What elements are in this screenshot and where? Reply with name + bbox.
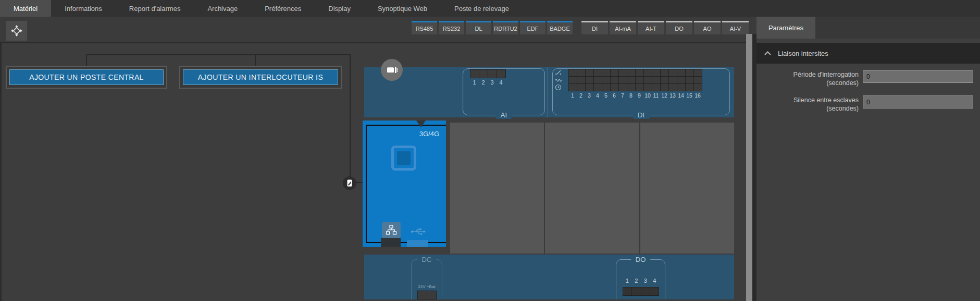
parameter-label: Silence entre esclaves (secondes)	[756, 95, 859, 113]
add-interlocutor-button[interactable]: AJOUTER UN INTERLOCUTEUR IS	[183, 69, 338, 85]
comm-link-node[interactable]	[343, 176, 356, 190]
comm-chip[interactable]: RDRTU2	[493, 21, 518, 34]
module-notch	[416, 121, 426, 127]
di-switch-icon	[555, 69, 562, 76]
chevron-up-icon	[764, 51, 772, 56]
io-chip[interactable]: AO	[694, 21, 721, 34]
io-button-group: DIAI-mAAI-TDOAOAI-V	[581, 21, 750, 34]
di-terminals[interactable]	[568, 69, 702, 91]
slot-separator	[544, 123, 545, 254]
dc-power-label: 24V +Bat	[411, 284, 442, 289]
add-central-box: AJOUTER UN POSTE CENTRAL	[6, 66, 167, 89]
io-chip[interactable]: AI-V	[722, 21, 749, 34]
parameter-label: Période d'interrogation (secondes)	[756, 70, 859, 87]
menu-tab[interactable]: Préférences	[251, 0, 315, 17]
dc-terminals[interactable]	[417, 291, 437, 299]
module-3g4g[interactable]: 3G/4G	[363, 121, 446, 247]
comm-chip[interactable]: EDF	[520, 21, 545, 34]
connection-line	[86, 54, 351, 55]
menu-tab[interactable]: Informations	[51, 0, 116, 17]
io-chip[interactable]: AI-mA	[610, 21, 636, 34]
menu-tab[interactable]: Poste de relevage	[441, 0, 523, 17]
add-central-button[interactable]: AJOUTER UN POSTE CENTRAL	[9, 69, 164, 85]
parameter-rows: Période d'interrogation (secondes) Silen…	[756, 70, 980, 113]
ai-channel-numbers: 1234	[470, 79, 506, 86]
do-terminals[interactable]	[623, 287, 659, 296]
comm-chip[interactable]: RS232	[439, 21, 464, 34]
slot-separator	[639, 123, 640, 254]
ethernet-connector	[381, 238, 401, 247]
sim-card-icon	[391, 146, 416, 171]
do-channel-numbers: 1234	[623, 278, 659, 284]
di-clock-icon	[555, 84, 562, 91]
band-separator	[548, 67, 548, 117]
ai-section-label: AI	[496, 111, 512, 119]
section-title: Liaison intersites	[778, 50, 828, 57]
panel-divider	[752, 34, 756, 301]
dc-section-label: DC	[417, 256, 437, 263]
app-window: MatérielInformationsReport d'alarmesArch…	[0, 0, 980, 301]
parameter-input[interactable]	[863, 70, 973, 83]
menu-tab[interactable]: Archivage	[194, 0, 251, 17]
di-section-label: DI	[633, 111, 649, 119]
device-bottom-band: DC 24V +Bat DO 1234	[364, 255, 734, 299]
move-crosshair-icon	[10, 25, 23, 37]
comm-media-icon	[346, 179, 353, 187]
add-interlocutor-box: AJOUTER UN INTERLOCUTEUR IS	[179, 66, 342, 89]
rtu-device-icon	[386, 64, 398, 76]
pan-fit-button[interactable]	[6, 21, 27, 41]
usb-connector	[407, 240, 428, 247]
vertical-scrollbar[interactable]	[746, 34, 752, 301]
module-outline	[366, 125, 446, 243]
menu-tab[interactable]: Report d'alarmes	[116, 0, 194, 17]
parameter-row: Silence entre esclaves (secondes)	[756, 95, 980, 113]
menu-tab[interactable]: Synoptique Web	[364, 0, 441, 17]
comm-button-group: RS485RS232DLRDRTU2EDFBADGE	[412, 21, 574, 34]
parameter-input[interactable]	[863, 95, 973, 109]
di-pulse-icon	[555, 77, 562, 83]
usb-icon[interactable]	[411, 226, 426, 237]
io-chip[interactable]: AI-T	[638, 21, 664, 34]
menu-tab[interactable]: Matériel	[0, 0, 51, 17]
device-top-band: AI 1234 DI 1234567891	[364, 67, 734, 117]
parameters-panel: Paramètres Liaison intersites Période d'…	[756, 17, 980, 301]
ai-terminals[interactable]	[470, 69, 506, 78]
di-channel-numbers: 12345678910111213141516	[568, 92, 702, 99]
tab-parametres[interactable]: Paramètres	[756, 17, 815, 39]
parameter-row: Période d'interrogation (secondes)	[756, 70, 980, 87]
section-header-liaison[interactable]: Liaison intersites	[756, 43, 980, 64]
menubar: MatérielInformationsReport d'alarmesArch…	[0, 0, 980, 17]
hardware-canvas[interactable]: AJOUTER UN POSTE CENTRAL AJOUTER UN INTE…	[0, 42, 746, 301]
ethernet-icon	[386, 225, 397, 235]
device-badge[interactable]	[381, 59, 403, 81]
module-slots[interactable]	[450, 123, 734, 254]
io-chip[interactable]: DO	[666, 21, 692, 34]
module-label: 3G/4G	[419, 130, 439, 138]
io-chip[interactable]: DI	[581, 21, 608, 34]
connection-line	[86, 54, 87, 66]
comm-chip[interactable]: BADGE	[547, 21, 573, 34]
di-mode-icons	[555, 69, 562, 92]
do-section-label: DO	[631, 256, 651, 263]
comm-chip[interactable]: DL	[466, 21, 491, 34]
connection-line	[255, 54, 256, 66]
connection-line	[350, 54, 351, 183]
menu-tab[interactable]: Display	[315, 0, 364, 17]
ethernet-port[interactable]	[382, 222, 401, 238]
panel-tabstrip: Paramètres	[756, 17, 980, 39]
comm-chip[interactable]: RS485	[412, 21, 437, 34]
